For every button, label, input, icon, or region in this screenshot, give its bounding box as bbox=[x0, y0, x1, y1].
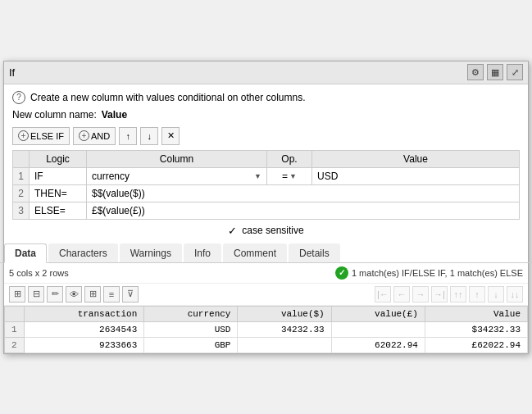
nav-prev[interactable]: ← bbox=[393, 286, 410, 303]
tab-comment[interactable]: Comment bbox=[223, 243, 287, 262]
data-row-2-transaction: 9233663 bbox=[24, 337, 144, 353]
data-row-1-currency: USD bbox=[144, 321, 238, 337]
data-row-1-num: 1 bbox=[5, 321, 25, 337]
row-num-2: 2 bbox=[13, 184, 30, 202]
data-col-header-value-out: Value bbox=[425, 306, 527, 321]
help-text: Create a new column with values conditio… bbox=[30, 92, 306, 103]
toolbar-row: + ELSE IF + AND ↑ ↓ ✕ bbox=[12, 127, 520, 145]
row-num-1: 1 bbox=[13, 167, 30, 184]
else-if-label: ELSE IF bbox=[30, 131, 64, 141]
title-bar: If ⚙ ▦ ⤢ bbox=[4, 61, 528, 84]
status-right: ✓ 1 match(es) IF/ELSE IF, 1 match(es) EL… bbox=[335, 266, 523, 280]
gear-button[interactable]: ⚙ bbox=[467, 64, 484, 80]
data-btn-view[interactable]: 👁 bbox=[66, 286, 82, 303]
data-col-header-value-pound: value(£) bbox=[331, 306, 425, 321]
window-title: If bbox=[9, 66, 15, 79]
logic-row-3: 3 ELSE= £$(value(£)) bbox=[13, 202, 520, 219]
plus-icon: + bbox=[18, 130, 29, 141]
tab-warnings[interactable]: Warnings bbox=[120, 243, 182, 262]
data-btn-1[interactable]: ⊞ bbox=[9, 286, 25, 303]
column-name-row: New column name: Value bbox=[12, 109, 520, 121]
nav-up[interactable]: ↑ bbox=[469, 286, 485, 303]
op-cell-1[interactable]: = ▼ bbox=[267, 167, 312, 184]
data-row-2-value-out: £62022.94 bbox=[425, 337, 527, 353]
column-name-value: Value bbox=[102, 109, 127, 121]
table-button[interactable]: ▦ bbox=[487, 64, 503, 80]
nav-up-top[interactable]: ↑↑ bbox=[450, 286, 466, 303]
nav-down-bottom[interactable]: ↓↓ bbox=[507, 286, 523, 303]
column-value-1: currency bbox=[92, 171, 130, 182]
data-btn-2[interactable]: ⊟ bbox=[28, 286, 44, 303]
content-area: ? Create a new column with values condit… bbox=[4, 84, 528, 237]
tabs-row: Data Characters Warnings Info Comment De… bbox=[0, 243, 532, 263]
row-num-3: 3 bbox=[13, 202, 30, 219]
data-col-header-value-dollar: value($) bbox=[238, 306, 331, 321]
case-sensitive-row: ✓ case sensitive bbox=[12, 225, 520, 237]
logic-cell-1: IF bbox=[30, 167, 87, 184]
else-if-button[interactable]: + ELSE IF bbox=[12, 127, 70, 145]
data-row-1-value-pound bbox=[331, 321, 425, 337]
tab-data[interactable]: Data bbox=[4, 243, 47, 263]
logic-header: Logic bbox=[30, 150, 87, 167]
status-right-text: 1 match(es) IF/ELSE IF, 1 match(es) ELSE bbox=[352, 268, 523, 278]
and-label: AND bbox=[91, 131, 110, 141]
nav-last[interactable]: →| bbox=[431, 286, 448, 303]
data-row-1-value-out: $34232.33 bbox=[425, 321, 527, 337]
data-row-1: 1 2634543 USD 34232.33 $34232.33 bbox=[5, 321, 528, 337]
expand-button[interactable]: ⤢ bbox=[507, 64, 523, 80]
data-row-2-currency: GBP bbox=[144, 337, 238, 353]
nav-first[interactable]: |← bbox=[375, 286, 391, 303]
title-icons: ⚙ ▦ ⤢ bbox=[467, 64, 523, 80]
dropdown-arrow-1: ▼ bbox=[254, 172, 261, 180]
op-arrow-1: ▼ bbox=[289, 172, 297, 180]
data-btn-edit[interactable]: ✏ bbox=[47, 286, 63, 303]
data-row-1-value-dollar: 34232.33 bbox=[238, 321, 331, 337]
op-value-1: = bbox=[282, 171, 288, 182]
help-icon[interactable]: ? bbox=[12, 91, 25, 104]
column-cell-2: $$(value($)) bbox=[87, 184, 520, 202]
data-toolbar-right: |← ← → →| ↑↑ ↑ ↓ ↓↓ bbox=[375, 286, 523, 303]
nav-next[interactable]: → bbox=[412, 286, 429, 303]
tab-details[interactable]: Details bbox=[289, 243, 340, 262]
column-header: Column bbox=[87, 150, 267, 167]
data-btn-filter[interactable]: ⊽ bbox=[122, 286, 139, 303]
move-down-button[interactable]: ↓ bbox=[140, 127, 158, 145]
logic-table: Logic Column Op. Value 1 IF currency ▼ bbox=[12, 150, 520, 220]
status-row: 5 cols x 2 rows ✓ 1 match(es) IF/ELSE IF… bbox=[4, 263, 528, 284]
data-row-2-value-dollar bbox=[238, 337, 331, 353]
logic-row-1: 1 IF currency ▼ = ▼ USD bbox=[13, 167, 520, 184]
column-name-label: New column name: bbox=[12, 109, 97, 121]
data-toolbar-left: ⊞ ⊟ ✏ 👁 ⊞ ≡ ⊽ bbox=[9, 286, 139, 303]
data-btn-rows[interactable]: ≡ bbox=[103, 286, 120, 303]
plus-icon-2: + bbox=[79, 130, 89, 141]
success-icon: ✓ bbox=[335, 266, 348, 280]
data-col-header-transaction: transaction bbox=[24, 306, 144, 321]
value-header: Value bbox=[312, 150, 520, 167]
and-button[interactable]: + AND bbox=[73, 127, 116, 145]
logic-cell-3: ELSE= bbox=[30, 202, 87, 219]
case-sensitive-label: case sensitive bbox=[242, 225, 303, 236]
value-cell-1: USD bbox=[312, 167, 520, 184]
help-row: ? Create a new column with values condit… bbox=[12, 91, 520, 104]
column-cell-3: £$(value(£)) bbox=[87, 202, 520, 219]
data-toolbar: ⊞ ⊟ ✏ 👁 ⊞ ≡ ⊽ |← ← → →| ↑↑ ↑ ↓ ↓↓ bbox=[4, 284, 528, 306]
row-num-header bbox=[13, 150, 30, 167]
data-btn-cols[interactable]: ⊞ bbox=[84, 286, 101, 303]
delete-button[interactable]: ✕ bbox=[161, 127, 180, 145]
tab-info[interactable]: Info bbox=[184, 243, 221, 262]
column-cell-1[interactable]: currency ▼ bbox=[87, 167, 267, 184]
move-up-button[interactable]: ↑ bbox=[119, 127, 137, 145]
logic-cell-2: THEN= bbox=[30, 184, 87, 202]
op-header: Op. bbox=[267, 150, 312, 167]
data-col-header-num bbox=[5, 306, 25, 321]
main-window: If ⚙ ▦ ⤢ ? Create a new column with valu… bbox=[3, 61, 529, 354]
data-table: transaction currency value($) value(£) V… bbox=[4, 306, 528, 353]
data-col-header-currency: currency bbox=[144, 306, 238, 321]
data-row-1-transaction: 2634543 bbox=[24, 321, 144, 337]
data-row-2-value-pound: 62022.94 bbox=[331, 337, 425, 353]
tab-characters[interactable]: Characters bbox=[48, 243, 118, 262]
nav-down[interactable]: ↓ bbox=[488, 286, 504, 303]
data-row-2: 2 9233663 GBP 62022.94 £62022.94 bbox=[5, 337, 528, 353]
checkmark-icon: ✓ bbox=[228, 225, 237, 237]
logic-row-2: 2 THEN= $$(value($)) bbox=[13, 184, 520, 202]
